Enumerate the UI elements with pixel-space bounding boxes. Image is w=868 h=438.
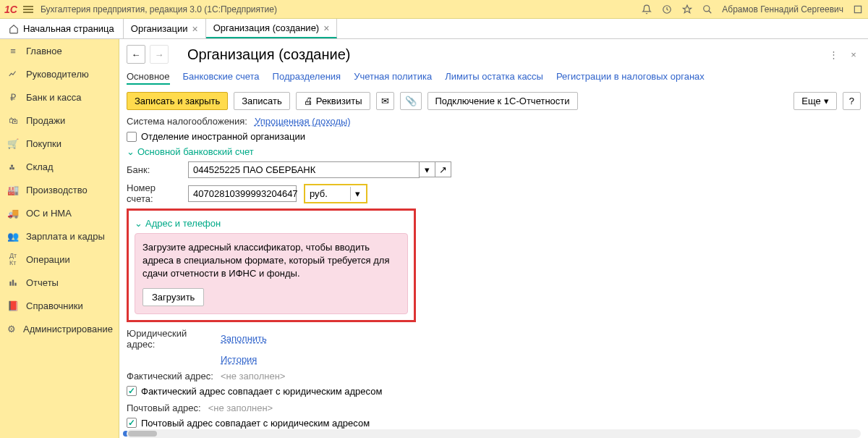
sidebar-item-purchases[interactable]: 🛒Покупки [0,132,119,155]
window-frame-icon[interactable] [852,4,864,15]
chevron-down-icon: ▾ [824,96,829,106]
svg-rect-7 [12,280,14,286]
actual-same-label: Фактический адрес совпадает с юридически… [141,386,382,397]
sidebar-item-operations[interactable]: ДтКтОперации [0,248,119,271]
sidebar-item-label: Зарплата и кадры [26,231,105,242]
currency-select[interactable]: руб. ▾ [304,184,367,203]
svg-rect-4 [12,167,14,169]
gear-icon: ⚙ [7,323,16,334]
chevron-down-icon[interactable]: ▾ [350,187,365,201]
sidebar-item-sales[interactable]: 🛍Продажи [0,109,119,132]
details-label: Реквизиты [316,96,362,106]
save-close-button[interactable]: Записать и закрыть [127,92,228,110]
more-label: Еще [801,96,820,106]
highlight-box: ⌄ Адрес и телефон Загрузите адресный кла… [127,209,416,322]
note-text: Загрузите адресный классификатор, чтобы … [142,241,400,281]
sidebar-item-assets[interactable]: 🚚ОС и НМА [0,201,119,224]
close-icon[interactable]: × [323,22,329,34]
subnav-main[interactable]: Основное [127,71,170,85]
scrollbar-thumb[interactable] [128,431,157,437]
sidebar-item-label: Руководителю [26,69,89,80]
sidebar-item-main[interactable]: ≡Главное [0,39,119,62]
actual-addr-placeholder: <не заполнен> [221,371,286,382]
bell-icon[interactable] [641,4,652,15]
svg-point-1 [704,5,710,11]
svg-rect-8 [14,283,16,286]
subnav-accounting-policy[interactable]: Учетная политика [354,71,432,85]
svg-rect-3 [9,167,12,169]
bar-chart-icon [7,277,19,288]
mail-button[interactable]: ✉ [376,92,394,110]
history-link[interactable]: История [221,354,257,365]
title-bar: 1С Бухгалтерия предприятия, редакция 3.0… [0,0,868,19]
dtk-icon: ДтКт [7,253,19,265]
sidebar-item-label: Продажи [26,115,65,126]
subnav-tax-reg[interactable]: Регистрации в налоговых органах [556,71,705,85]
star-icon[interactable] [681,4,693,15]
menu-dots-icon[interactable]: ⋮ [826,47,841,62]
sidebar-item-warehouse[interactable]: Склад [0,155,119,178]
chevron-down-icon: ⌄ [127,146,135,157]
sidebar-item-label: Отчеты [26,277,59,288]
addr-section-header[interactable]: ⌄ Адрес и телефон [135,218,408,229]
truck-icon: 🚚 [7,207,19,219]
sidebar: ≡Главное Руководителю ₽Банк и касса 🛍Про… [0,39,119,438]
subnav-cash-limits[interactable]: Лимиты остатка кассы [445,71,543,85]
open-external-icon[interactable]: ↗ [435,161,451,177]
factory-icon: 🏭 [7,184,19,195]
back-button[interactable]: ← [127,45,145,64]
tab-label: Организация (создание) [213,22,320,33]
content-area: ← → Организация (создание) ⋮ × Основное … [119,39,868,438]
sidebar-item-refs[interactable]: 📕Справочники [0,294,119,317]
load-classifier-button[interactable]: Загрузить [142,288,204,306]
menu-icon[interactable] [23,6,33,13]
tab-home[interactable]: Начальная страница [0,19,124,38]
tab-orgs[interactable]: Организации × [124,19,206,38]
people-icon: 👥 [7,230,19,242]
actual-same-checkbox[interactable] [127,386,137,396]
sidebar-item-reports[interactable]: Отчеты [0,271,119,294]
sidebar-item-label: Главное [26,46,62,56]
sidebar-item-manager[interactable]: Руководителю [0,62,119,85]
bank-input[interactable]: 044525225 ПАО СБЕРБАНК [188,161,420,178]
postal-same-checkbox[interactable] [127,418,137,428]
sidebar-item-production[interactable]: 🏭Производство [0,178,119,201]
subnav-departments[interactable]: Подразделения [273,71,341,85]
currency-value: руб. [307,187,350,201]
sidebar-item-admin[interactable]: ⚙Администрирование [0,317,119,340]
account-input[interactable]: 40702810399993204647 [188,185,297,202]
sidebar-item-label: Справочники [26,300,83,311]
sidebar-item-bank[interactable]: ₽Банк и касса [0,85,119,109]
connect-button[interactable]: Подключение к 1С-Отчетности [427,92,578,110]
bank-section-header[interactable]: ⌄ Основной банковский счет [127,146,861,157]
forward-button[interactable]: → [150,45,169,64]
details-button[interactable]: 🖨Реквизиты [296,92,370,110]
search-icon[interactable] [702,4,713,15]
close-icon[interactable]: × [192,23,197,35]
bank-label: Банк: [127,164,181,175]
tab-home-label: Начальная страница [23,23,114,34]
tabs-bar: Начальная страница Организации × Организ… [0,19,868,39]
toolbar: Записать и закрыть Записать 🖨Реквизиты ✉… [127,92,861,110]
sidebar-item-hr[interactable]: 👥Зарплата и кадры [0,224,119,248]
help-button[interactable]: ? [843,92,861,110]
app-logo: 1С [4,4,17,15]
fill-legal-addr-link[interactable]: Заполнить [221,333,267,344]
user-name[interactable]: Абрамов Геннадий Сергеевич [722,4,843,15]
mail-icon: ✉ [381,96,389,106]
sidebar-item-label: Банк и касса [26,92,82,103]
attach-button[interactable]: 📎 [400,92,422,110]
save-button[interactable]: Записать [234,92,290,110]
close-icon[interactable]: × [846,47,861,62]
dropdown-icon[interactable]: ▾ [420,161,435,177]
tab-org-create[interactable]: Организация (создание) × [206,19,338,38]
app-title: Бухгалтерия предприятия, редакция 3.0 (1… [41,4,641,14]
history-icon[interactable] [661,4,673,15]
tax-value-link[interactable]: Упрощенная (доходы) [255,116,351,127]
foreign-branch-checkbox[interactable] [127,132,137,142]
ruble-icon: ₽ [7,91,19,103]
actual-addr-label: Фактический адрес: [127,371,213,382]
more-button[interactable]: Еще ▾ [793,92,836,110]
subnav-bank-accounts[interactable]: Банковские счета [183,71,260,85]
horizontal-scrollbar[interactable] [127,429,861,438]
